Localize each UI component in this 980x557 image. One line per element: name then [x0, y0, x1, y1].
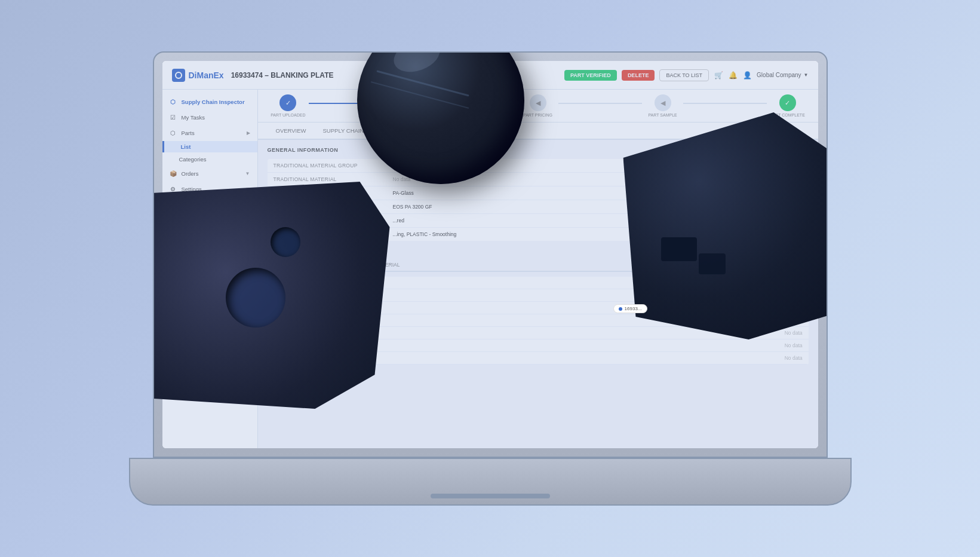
data-label-6: Box Volume	[274, 355, 300, 361]
info-row-am-material-2: EOS PA 3200 GF	[268, 200, 809, 214]
tab-engineering[interactable]: ENGINEERING	[372, 123, 429, 140]
part-icon: ⬡	[170, 129, 177, 136]
data-row-3: No data	[268, 314, 809, 327]
sidebar-item-settings[interactable]: ⚙ Settings ▼	[162, 182, 257, 196]
step-circle-part-pricing: ◀	[530, 94, 546, 111]
sidebar-item-parts[interactable]: ⬡ Parts ▶	[162, 126, 257, 140]
data-value-4: No data	[785, 330, 803, 336]
data-row-6: Box Volume No data	[268, 352, 809, 365]
step-label-part-uploaded: PART UPLOADED	[271, 113, 305, 117]
data-row-0: 38.1 mm ± 0.2	[268, 277, 809, 289]
tabs-bar: OVERVIEW SUPPLY CHAIN ENGINEERING	[258, 123, 818, 140]
data-value-6: No data	[785, 355, 803, 361]
step-connector-3	[558, 103, 641, 104]
app-container: DiManEx 16933474 – BLANKING PLATE PART V…	[162, 61, 818, 448]
data-row-5: Volume No data	[268, 339, 809, 352]
info-label-am-material-3	[268, 214, 387, 227]
data-row-2: 76.2 mm ± 0.2	[268, 302, 809, 314]
data-label-4: e area	[274, 330, 288, 336]
sidebar-item-list[interactable]: List	[162, 141, 257, 152]
page-title: 16933474 – BLANKING PLATE	[231, 71, 334, 79]
sidebar-item-categories[interactable]: Categories	[162, 154, 257, 165]
info-label-trad-material: TRADITIONAL MATERIAL	[268, 173, 387, 186]
info-label-am-material-2	[268, 200, 387, 213]
sidebar-item-supply-chain-inspector[interactable]: ⬡ Supply Chain Inspector	[162, 94, 257, 109]
info-row-am-material-4: ...ing, PLASTIC - Smoothing	[268, 228, 809, 241]
info-label-am-material: AM MATERIAL	[268, 186, 387, 200]
step-circle-part-uploaded: ✓	[279, 94, 296, 111]
company-chevron: ▼	[804, 72, 809, 78]
info-label-am-material-4	[268, 228, 387, 241]
step-part-specs: ✓ PART SPECS FILLED	[392, 94, 434, 117]
logo-container: DiManEx	[172, 69, 224, 82]
step-circle-part-sample: ◀	[655, 94, 671, 111]
info-value-am-material-2: EOS PA 3200 GF	[387, 200, 809, 213]
laptop-shell: DiManEx 16933474 – BLANKING PLATE PART V…	[153, 51, 828, 506]
main-layout: ⬡ Supply Chain Inspector ☑ My Tasks ⬡ Pa…	[162, 90, 818, 448]
props-tab-ng[interactable]: NG	[346, 259, 368, 272]
home-icon: ⬡	[170, 98, 177, 105]
info-value-am-material-4: ...ing, PLASTIC - Smoothing	[387, 228, 809, 241]
info-row-am-material: AM MATERIAL PA-Glass	[268, 186, 809, 200]
info-label-trad-material-group: TRADITIONAL MATERIAL GROUP	[268, 159, 387, 172]
cart-icon[interactable]: 🛒	[714, 71, 723, 80]
step-part-sample: ◀ PART SAMPLE	[642, 94, 684, 117]
data-row-1: 33.02 mm ± 0.2	[268, 289, 809, 302]
sidebar-item-orders[interactable]: 📦 Orders ▼	[162, 166, 257, 180]
step-connector-4	[683, 103, 766, 104]
user-icon[interactable]: 👤	[742, 71, 752, 80]
step-label-part-complete: PART COMPLETE	[770, 113, 804, 117]
props-tab-material[interactable]: MATERIAL	[368, 259, 407, 272]
back-to-list-button[interactable]: BACK TO LIST	[659, 69, 709, 81]
data-value-0: 38.1 mm ± 0.2	[770, 280, 802, 286]
bell-icon[interactable]: 🔔	[728, 71, 738, 80]
info-row-am-material-3: ...red	[268, 214, 809, 228]
data-value-3: No data	[785, 317, 803, 323]
sidebar-label-parts: Parts	[182, 130, 242, 136]
delete-button[interactable]: DELETE	[622, 70, 655, 81]
sidebar-item-my-tasks[interactable]: ☑ My Tasks	[162, 110, 257, 124]
props-tab-dimensions[interactable]: ONS	[268, 259, 293, 272]
app-header: DiManEx 16933474 – BLANKING PLATE PART V…	[162, 61, 818, 90]
company-label: Global Company ▼	[757, 72, 808, 78]
step-circle-part-specs: ✓	[404, 94, 421, 111]
sidebar: ⬡ Supply Chain Inspector ☑ My Tasks ⬡ Pa…	[162, 90, 258, 448]
step-label-part-sample: PART SAMPLE	[648, 113, 677, 117]
laptop-notch	[431, 494, 550, 498]
tab-overview[interactable]: OVERVIEW	[268, 123, 315, 140]
data-value-5: No data	[785, 342, 803, 348]
orders-icon: 📦	[170, 170, 177, 177]
step-label-part-pricing: PART PRICING	[523, 113, 552, 117]
data-row-4: e area No data	[268, 327, 809, 339]
step-circle-part-complete: ✓	[779, 94, 796, 111]
header-left: DiManEx 16933474 – BLANKING PLATE	[172, 69, 334, 82]
logo-icon	[172, 69, 185, 82]
info-row-trad-material-group: TRADITIONAL MATERIAL GROUP No data	[268, 159, 809, 173]
company-name: Global Company	[757, 72, 801, 78]
header-icons: 🛒 🔔 👤	[714, 71, 752, 80]
info-value-trad-material-group: No data	[387, 159, 809, 172]
data-value-1: 33.02 mm ± 0.2	[767, 292, 803, 298]
orders-arrow-icon: ▼	[245, 171, 250, 176]
properties-table: 38.1 mm ± 0.2 33.02 mm ± 0.2 76.2 mm ± 0…	[268, 277, 809, 365]
part-verified-button[interactable]: PART VERIFIED	[564, 70, 617, 81]
step-part-complete: ✓ PART COMPLETE	[767, 94, 809, 117]
props-tab-mass[interactable]: MASS	[293, 259, 321, 272]
tab-supply-chain[interactable]: SUPPLY CHAIN	[315, 123, 373, 140]
sidebar-label-supply-chain-inspector: Supply Chain Inspector	[182, 99, 250, 105]
sidebar-label-categories: Categories	[179, 156, 250, 163]
info-value-am-material-3: ...red	[387, 214, 809, 227]
laptop-screen: DiManEx 16933474 – BLANKING PLATE PART V…	[162, 61, 818, 448]
settings-arrow-icon: ▼	[245, 186, 250, 192]
step-connector-2	[434, 103, 517, 104]
content-area: ✓ PART UPLOADED ✓ PART SPECS FILLED ◀	[258, 90, 818, 448]
task-icon: ☑	[170, 114, 177, 121]
general-info-table: TRADITIONAL MATERIAL GROUP No data TRADI…	[268, 159, 809, 241]
props-tab-part[interactable]: PAR	[321, 259, 346, 272]
laptop-base	[129, 458, 852, 506]
sidebar-label-settings: Settings	[182, 186, 241, 192]
info-value-am-material: PA-Glass	[387, 186, 809, 200]
info-row-trad-material: TRADITIONAL MATERIAL No data	[268, 173, 809, 186]
logo-text: DiManEx	[189, 71, 224, 80]
properties-tabs: ONS MASS PAR NG	[268, 259, 809, 272]
